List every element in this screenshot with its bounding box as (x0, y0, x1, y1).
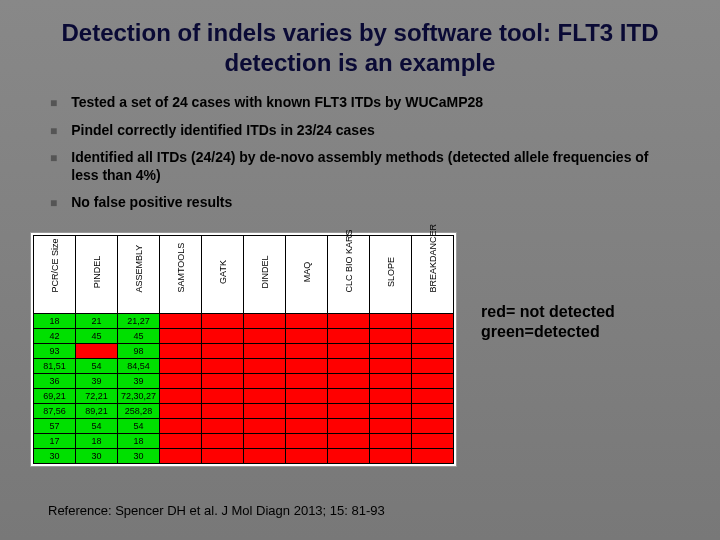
table-cell: 21,27 (118, 313, 160, 328)
table-cell (202, 448, 244, 463)
table-cell (202, 373, 244, 388)
table-cell (412, 403, 454, 418)
table-cell (328, 418, 370, 433)
table-row: 9398 (34, 343, 454, 358)
table-cell: 57 (34, 418, 76, 433)
table-cell (286, 433, 328, 448)
table-cell (286, 448, 328, 463)
table-cell (244, 358, 286, 373)
table-row: 424545 (34, 328, 454, 343)
table-row: 87,5689,21258,28 (34, 403, 454, 418)
table-row: 182121,27 (34, 313, 454, 328)
table-cell (328, 373, 370, 388)
table-cell (412, 418, 454, 433)
table-cell (370, 433, 412, 448)
legend-red: red= not detected (481, 302, 615, 322)
color-legend: red= not detected green=detected (481, 302, 615, 342)
table-cell: 45 (76, 328, 118, 343)
table-cell (244, 403, 286, 418)
detection-table-container: PCR/CE SizePINDELASSEMBLYSAMTOOLSGATKDIN… (30, 232, 457, 467)
table-cell: 89,21 (76, 403, 118, 418)
table-cell (286, 373, 328, 388)
table-cell (244, 418, 286, 433)
table-header: PCR/CE Size (34, 235, 76, 313)
table-cell: 72,30,27 (118, 388, 160, 403)
table-cell (160, 418, 202, 433)
table-header: SLOPE (370, 235, 412, 313)
table-cell (328, 358, 370, 373)
bullet-item: ■ Tested a set of 24 cases with known FL… (50, 94, 660, 112)
table-cell (202, 433, 244, 448)
table-cell (370, 343, 412, 358)
table-cell (202, 388, 244, 403)
table-cell (412, 328, 454, 343)
table-header: BREAKDANCER (412, 235, 454, 313)
table-cell (286, 418, 328, 433)
table-cell (202, 343, 244, 358)
table-cell (286, 403, 328, 418)
table-cell (202, 358, 244, 373)
table-cell (328, 403, 370, 418)
table-cell: 54 (76, 358, 118, 373)
bullet-item: ■ Pindel correctly identified ITDs in 23… (50, 122, 660, 140)
table-cell (244, 448, 286, 463)
table-cell (244, 328, 286, 343)
table-cell (328, 433, 370, 448)
table-cell (160, 403, 202, 418)
table-cell (286, 313, 328, 328)
table-cell (328, 388, 370, 403)
table-header: DINDEL (244, 235, 286, 313)
table-cell (244, 388, 286, 403)
table-cell: 258,28 (118, 403, 160, 418)
table-cell: 72,21 (76, 388, 118, 403)
table-cell (244, 343, 286, 358)
table-cell (244, 373, 286, 388)
table-cell (370, 373, 412, 388)
table-cell: 93 (34, 343, 76, 358)
table-header: CLC BIO KARS (328, 235, 370, 313)
table-cell (202, 403, 244, 418)
table-cell (160, 448, 202, 463)
table-cell: 39 (76, 373, 118, 388)
table-cell (412, 358, 454, 373)
table-cell: 54 (76, 418, 118, 433)
table-cell (286, 388, 328, 403)
table-cell (76, 343, 118, 358)
table-cell (412, 343, 454, 358)
table-cell: 36 (34, 373, 76, 388)
table-header: ASSEMBLY (118, 235, 160, 313)
table-row: 363939 (34, 373, 454, 388)
table-cell (370, 418, 412, 433)
legend-green: green=detected (481, 322, 615, 342)
bullet-text: Pindel correctly identified ITDs in 23/2… (71, 122, 374, 140)
table-cell: 18 (76, 433, 118, 448)
table-cell (202, 328, 244, 343)
table-cell (160, 388, 202, 403)
table-cell (160, 358, 202, 373)
table-row: 81,515484,54 (34, 358, 454, 373)
table-cell: 30 (118, 448, 160, 463)
table-cell (328, 313, 370, 328)
table-cell (160, 313, 202, 328)
bullet-text: No false positive results (71, 194, 232, 212)
bullet-text: Identified all ITDs (24/24) by de-novo a… (71, 149, 660, 184)
table-cell (286, 343, 328, 358)
table-cell (412, 373, 454, 388)
table-cell (370, 403, 412, 418)
table-cell (244, 433, 286, 448)
table-cell (286, 358, 328, 373)
table-cell (328, 448, 370, 463)
content-row: PCR/CE SizePINDELASSEMBLYSAMTOOLSGATKDIN… (0, 232, 720, 467)
table-cell: 54 (118, 418, 160, 433)
table-header: GATK (202, 235, 244, 313)
table-cell (202, 418, 244, 433)
table-cell (328, 328, 370, 343)
bullet-list: ■ Tested a set of 24 cases with known FL… (0, 86, 720, 228)
table-row: 171818 (34, 433, 454, 448)
table-cell (412, 388, 454, 403)
table-header: SAMTOOLS (160, 235, 202, 313)
table-cell: 98 (118, 343, 160, 358)
table-cell (412, 313, 454, 328)
table-row: 575454 (34, 418, 454, 433)
bullet-item: ■ No false positive results (50, 194, 660, 212)
